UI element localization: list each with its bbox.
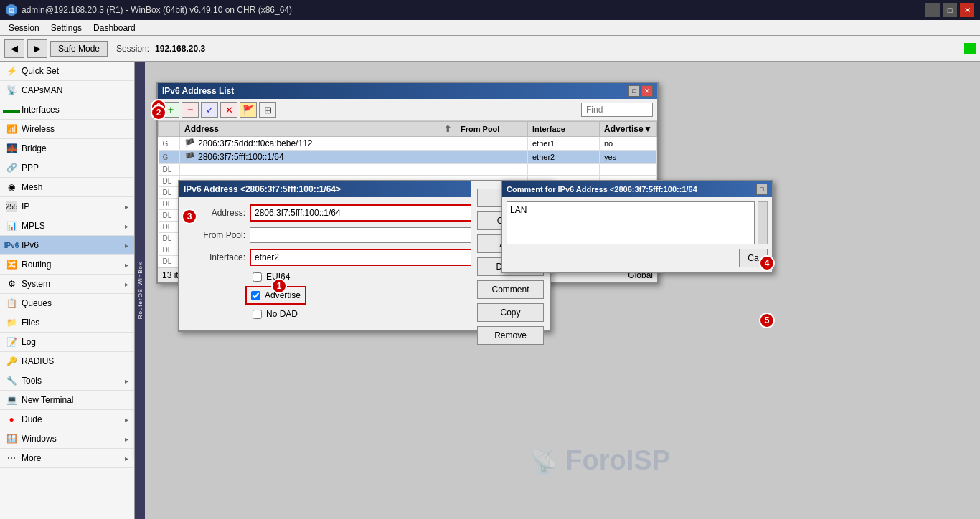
menu-dashboard[interactable]: Dashboard <box>88 22 141 34</box>
maximize-button[interactable]: □ <box>943 3 957 17</box>
table-row[interactable]: G 🏴2806:3f7:5ddd::f0ca:bebe/112 ether1 n… <box>159 137 657 151</box>
remove-button[interactable]: Remove <box>477 326 544 345</box>
title-text: admin@192.168.20.3 (R1) - WinBox (64bit)… <box>22 5 292 15</box>
sidebar-item-log[interactable]: 📝 Log <box>0 333 134 352</box>
ipv6-list-controls: □ ✕ <box>628 85 653 97</box>
newterminal-icon: 💻 <box>6 394 17 406</box>
sidebar-item-system[interactable]: ⚙ System ▸ <box>0 275 134 294</box>
list-filter-btn[interactable]: ⊞ <box>259 102 276 118</box>
comment-restore-btn[interactable]: □ <box>756 184 768 195</box>
menu-settings[interactable]: Settings <box>45 22 88 34</box>
annotation-3: 3 <box>182 209 197 224</box>
windows-icon: 🪟 <box>6 433 17 444</box>
sidebar-item-mesh[interactable]: ◉ Mesh <box>0 178 134 197</box>
winbox-sidebar-label: RouterOS WinBox <box>135 62 145 519</box>
sidebar-item-queues[interactable]: 📋 Queues <box>0 294 134 313</box>
title-bar-left: 🖥 admin@192.168.20.3 (R1) - WinBox (64bi… <box>6 4 292 16</box>
app-icon: 🖥 <box>6 4 17 16</box>
dude-icon: ● <box>6 414 17 425</box>
sidebar: RouterOS WinBox ⚡ Quick Set 📡 CAPsMAN ▬▬… <box>0 62 135 519</box>
col-advertise: Advertise ▼ <box>600 122 657 137</box>
watermark: 📡 ForoISP <box>529 445 670 476</box>
sidebar-item-tools[interactable]: 🔧 Tools ▸ <box>0 371 134 391</box>
sidebar-label-files: Files <box>22 318 128 328</box>
back-button[interactable]: ◀ <box>4 39 24 58</box>
sidebar-label-capsman: CAPsMAN <box>22 85 128 95</box>
sidebar-label-more: More <box>22 453 121 463</box>
sidebar-item-quickset[interactable]: ⚡ Quick Set <box>0 62 134 81</box>
system-arrow: ▸ <box>125 280 128 288</box>
comment-textarea[interactable]: LAN <box>507 201 755 244</box>
sidebar-item-mpls[interactable]: 📊 MPLS ▸ <box>0 216 134 236</box>
ipv6-detail-body: Address: From Pool: ▼ Interface: <box>179 197 550 330</box>
sidebar-item-dude[interactable]: ● Dude ▸ <box>0 410 134 429</box>
sidebar-label-ipv6: IPv6 <box>22 240 121 250</box>
sidebar-item-ipv6[interactable]: IPv6 IPv6 ▸ <box>0 236 134 255</box>
list-remove-btn[interactable]: − <box>182 102 199 118</box>
sidebar-label-routing: Routing <box>22 260 121 270</box>
ipv6-list-title-bar[interactable]: IPv6 Address List □ ✕ <box>158 83 657 99</box>
sidebar-item-files[interactable]: 📁 Files <box>0 313 134 333</box>
col-menu-btn[interactable]: ▼ <box>644 124 652 134</box>
sidebar-item-capsman[interactable]: 📡 CAPsMAN <box>0 81 134 100</box>
sidebar-item-more[interactable]: ⋯ More ▸ <box>0 449 134 468</box>
sidebar-item-bridge[interactable]: 🌉 Bridge <box>0 139 134 158</box>
copy-button[interactable]: Copy <box>477 303 544 322</box>
sidebar-item-routing[interactable]: 🔀 Routing ▸ <box>0 255 134 275</box>
sidebar-item-newterminal[interactable]: 💻 New Terminal <box>0 391 134 410</box>
sidebar-item-radius[interactable]: 🔑 RADIUS <box>0 352 134 371</box>
from-pool-label: From Pool: <box>188 230 245 240</box>
routing-arrow: ▸ <box>125 261 128 269</box>
menu-session[interactable]: Session <box>3 22 45 34</box>
sidebar-label-system: System <box>22 279 121 289</box>
comment-title: Comment for IPv6 Address <2806:3f7:5fff:… <box>507 185 697 194</box>
list-cancel-btn[interactable]: ✕ <box>220 102 237 118</box>
sidebar-item-interfaces[interactable]: ▬▬ Interfaces <box>0 100 134 120</box>
more-arrow: ▸ <box>125 454 128 462</box>
close-button[interactable]: ✕ <box>960 3 974 17</box>
mpls-icon: 📊 <box>6 220 17 232</box>
annotation-2: 2 <box>151 105 166 120</box>
ipv6-list-restore-btn[interactable]: □ <box>628 85 640 97</box>
menu-bar: Session Settings Dashboard <box>0 20 980 36</box>
system-icon: ⚙ <box>6 278 17 290</box>
find-input[interactable] <box>581 103 653 117</box>
list-flag-btn[interactable]: 🚩 <box>240 102 257 118</box>
more-icon: ⋯ <box>6 452 17 464</box>
sidebar-label-ip: IP <box>22 201 121 211</box>
eui64-checkbox[interactable] <box>253 272 262 282</box>
ipv6-detail-window: IPv6 Address <2806:3f7:5fff:100::1/64> □… <box>178 180 551 332</box>
files-icon: 📁 <box>6 317 17 328</box>
connection-indicator <box>964 43 976 54</box>
safe-mode-button[interactable]: Safe Mode <box>50 41 108 57</box>
comment-footer: Ca <box>502 249 772 272</box>
comment-button[interactable]: Comment <box>477 280 544 299</box>
queues-icon: 📋 <box>6 297 17 309</box>
table-row[interactable]: DL <box>159 164 657 176</box>
sidebar-label-dude: Dude <box>22 414 121 424</box>
ip-icon: 255 <box>6 201 17 212</box>
comment-title-bar[interactable]: Comment for IPv6 Address <2806:3f7:5fff:… <box>502 181 772 197</box>
title-controls: – □ ✕ <box>925 3 974 17</box>
tools-arrow: ▸ <box>125 377 128 385</box>
col-from-pool: From Pool <box>456 122 528 137</box>
no-dad-checkbox[interactable] <box>253 310 262 319</box>
interface-label: Interface: <box>188 252 245 262</box>
sidebar-item-wireless[interactable]: 📶 Wireless <box>0 120 134 139</box>
list-check-btn[interactable]: ✓ <box>201 102 218 118</box>
tools-icon: 🔧 <box>6 375 17 386</box>
forward-button[interactable]: ▶ <box>27 39 47 58</box>
wireless-icon: 📶 <box>6 123 17 135</box>
sidebar-item-ip[interactable]: 255 IP ▸ <box>0 197 134 216</box>
minimize-button[interactable]: – <box>925 3 940 17</box>
table-row[interactable]: G 🏴2806:3f7:5fff:100::1/64 ether2 yes <box>159 151 657 164</box>
sidebar-label-newterminal: New Terminal <box>22 395 128 405</box>
ppp-icon: 🔗 <box>6 162 17 173</box>
advertise-checkbox[interactable] <box>251 291 260 300</box>
sidebar-item-ppp[interactable]: 🔗 PPP <box>0 158 134 178</box>
comment-scrollbar[interactable] <box>758 201 768 244</box>
content-area: RouterOS WinBox 2 IPv6 Address List □ ✕ … <box>135 62 980 519</box>
ipv6-list-close-btn[interactable]: ✕ <box>641 85 653 97</box>
sidebar-item-windows[interactable]: 🪟 Windows ▸ <box>0 429 134 449</box>
sidebar-label-log: Log <box>22 337 128 347</box>
